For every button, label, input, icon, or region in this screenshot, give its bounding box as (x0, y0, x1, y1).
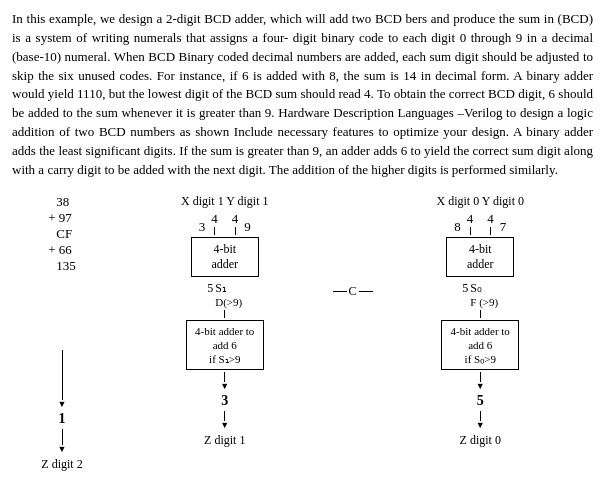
digit1-output-num: 3 (221, 393, 228, 409)
digit1-adder2-box: 4-bit adder to add 6 if S₁>9 (186, 320, 264, 371)
digit1-input-right: 4 (232, 211, 239, 227)
arrow-z2: ▼ (58, 400, 67, 409)
digit1-z-label: Z digit 1 (204, 433, 245, 448)
d0-arrow-out: ▼ (476, 382, 485, 391)
digit0-output-num: 5 (477, 393, 484, 409)
d0-wire-in-l (470, 227, 471, 235)
d1-wire-in-r (235, 227, 236, 235)
digit1-s-label: 5 (207, 281, 213, 296)
digit0-f-label: F (>9) (470, 296, 498, 308)
digit0-input-left: 4 (467, 211, 474, 227)
d1-arrow-out: ▼ (220, 382, 229, 391)
d1-mid-wire (224, 310, 225, 318)
d1-arrow-bot: ▼ (220, 421, 229, 430)
addition-line1: 38 (48, 194, 76, 210)
digit1-s1-label: S₁ (215, 281, 227, 296)
z2-wire-bottom (62, 429, 63, 445)
digit0-input-right: 4 (487, 211, 494, 227)
digit0-side-right: 7 (500, 219, 507, 235)
intro-text: In this example, we design a 2-digit BCD… (12, 10, 593, 180)
digit0-z-label: Z digit 0 (460, 433, 501, 448)
digit1-adder-box: 4-bit adder (191, 237, 259, 277)
addition-line4: + 66 (48, 242, 76, 258)
arrow-z2-bottom: ▼ (58, 445, 67, 454)
d0-mid-wire (480, 310, 481, 318)
digit1-side-right: 9 (244, 219, 251, 235)
digit0-s0-label: S₀ (470, 281, 482, 296)
z2-wire-top (62, 350, 63, 400)
digit0-s-label: 5 (462, 281, 468, 296)
digit1-input-left: 4 (211, 211, 218, 227)
digit0-adder-box: 4-bit adder (446, 237, 514, 277)
d1-wire-in-l (214, 227, 215, 235)
digit1-side-left: 3 (199, 219, 206, 235)
digit0-side-left: 8 (454, 219, 461, 235)
d0-arrow-bot: ▼ (476, 421, 485, 430)
d0-wire-in-r (490, 227, 491, 235)
addition-line5: 135 (48, 258, 76, 274)
z2-output-num: 1 (59, 411, 66, 427)
addition-line3: CF (48, 226, 76, 242)
digit0-adder2-box: 4-bit adder to add 6 if S₀>9 (441, 320, 519, 371)
carry-label: C (349, 284, 357, 299)
digit1-header: X digit 1 Y digit 1 (181, 194, 268, 209)
digit1-d-label: D(>9) (215, 296, 242, 308)
z2-label: Z digit 2 (41, 457, 82, 472)
digit0-header: X digit 0 Y digit 0 (437, 194, 524, 209)
addition-line2: + 97 (48, 210, 76, 226)
